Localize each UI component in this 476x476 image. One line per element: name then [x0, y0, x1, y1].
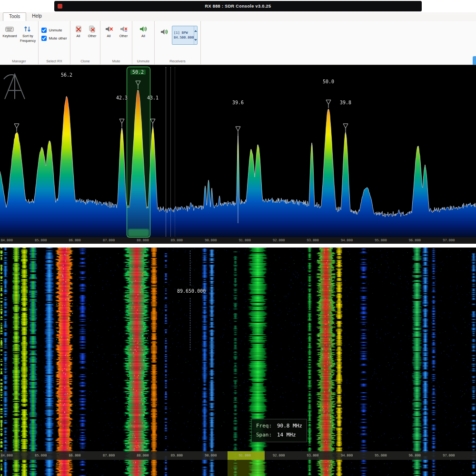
group-manager: Keyboard Sort by Frequency Manager — [0, 21, 39, 64]
frequency-tick-label: 85.000 — [35, 238, 47, 242]
frequency-tick-label: 92.000 — [273, 238, 285, 242]
tooltip-freq-value: 90.8 MHz — [277, 423, 302, 429]
spinner-up-icon[interactable] — [194, 26, 197, 35]
frequency-tick-label: 96.000 — [409, 454, 421, 457]
frequency-tick-label: 88.000 — [137, 238, 149, 242]
frequency-tick-label: 94.000 — [341, 238, 353, 242]
frequency-tick-label: 89.000 — [171, 454, 183, 457]
receiver-combo[interactable]: [1] BPW 84.500.000 — [172, 26, 198, 45]
titlebar: RX 888 : SDR Console v3.0.25 — [0, 0, 476, 12]
mute-all-label: All — [107, 34, 111, 38]
spectrum-frequency-axis[interactable]: 84.00085.00086.00087.00088.00089.00090.0… — [0, 237, 476, 244]
unmute-all-button[interactable]: All — [136, 23, 151, 40]
unmute-checkbox[interactable]: Unmute — [41, 28, 62, 33]
frequency-tick-label: 87.000 — [103, 238, 115, 242]
tooltip-span-label: Span: — [256, 431, 277, 440]
waterfall-marker-dash-line — [190, 250, 190, 286]
clone-other-button[interactable]: Other — [86, 23, 99, 40]
frequency-tick-label: 93.000 — [307, 238, 318, 242]
frequency-tick-label: 95.000 — [375, 238, 387, 242]
group-label-receivers: Receivers — [155, 59, 200, 64]
frequency-tick-label: 92.000 — [273, 454, 285, 457]
spinner-down-icon[interactable] — [194, 35, 197, 44]
group-label-clone: Clone — [70, 59, 100, 64]
receiver-selection-band[interactable] — [127, 67, 150, 238]
waterfall-display[interactable] — [0, 248, 476, 476]
sdr-console-window: RX 888 : SDR Console v3.0.25 Tools Help … — [0, 0, 476, 476]
group-select-rx: Unmute Mute other Select RX — [39, 21, 70, 64]
frequency-tick-label: 84.000 — [1, 454, 13, 457]
sdrconsole-watermark-icon — [2, 70, 30, 103]
waterfall-frequency-marker: 89.650.000 — [177, 288, 206, 294]
mute-other-button[interactable]: Other — [117, 23, 130, 40]
cursor-info-tooltip: Freq:90.8 MHz Span:14 MHz — [251, 419, 307, 442]
clone-all-button[interactable]: All — [72, 23, 85, 40]
receiver-combo-name: [1] BPW — [174, 30, 194, 36]
tooltip-freq-label: Freq: — [256, 422, 277, 431]
group-label-manager: Manager — [0, 59, 38, 64]
group-label-select-rx: Select RX — [39, 59, 70, 64]
unmute-checkbox-label: Unmute — [49, 28, 62, 32]
window-title: RX 888 : SDR Console v3.0.25 — [205, 4, 271, 9]
unmute-all-icon — [139, 25, 148, 33]
frequency-tick-label: 86.000 — [69, 454, 80, 457]
mute-other-checkbox-label: Mute other — [49, 36, 67, 40]
group-receivers: [1] BPW 84.500.000 Receivers — [155, 21, 201, 64]
panel-divider — [0, 244, 476, 248]
ribbon-tabs: Tools Help — [0, 12, 48, 21]
group-label-mute: Mute — [100, 59, 132, 64]
sort-button-label-2: Frequency — [20, 39, 36, 43]
frequency-tick-label: 90.000 — [205, 454, 217, 457]
waterfall-frequency-scale[interactable]: 84.00085.00086.00087.00088.00089.00090.0… — [0, 451, 476, 460]
sort-by-frequency-button[interactable]: Sort by Frequency — [19, 23, 37, 45]
frequency-tick-label: 87.000 — [103, 454, 115, 457]
ribbon-body: Keyboard Sort by Frequency Manager — [0, 21, 476, 64]
keyboard-button-label: Keyboard — [2, 34, 17, 38]
mute-other-checkbox-input[interactable] — [41, 36, 47, 41]
titlebar-bar[interactable]: RX 888 : SDR Console v3.0.25 — [54, 1, 422, 11]
unmute-checkbox-input[interactable] — [41, 28, 47, 33]
mute-all-icon — [105, 25, 113, 33]
mute-other-label: Other — [119, 34, 128, 38]
clone-all-label: All — [77, 34, 80, 38]
tooltip-span-value: 14 MHz — [277, 432, 296, 438]
keyboard-button[interactable]: Keyboard — [1, 23, 18, 40]
receiver-combo-frequency: 84.500.000 — [174, 35, 194, 40]
mute-other-checkbox[interactable]: Mute other — [41, 36, 67, 41]
frequency-tick-label: 96.000 — [409, 238, 421, 242]
clone-other-label: Other — [88, 34, 97, 38]
frequency-tick-label: 91.000 — [239, 454, 251, 457]
unmute-all-label: All — [141, 34, 145, 38]
window-edge-accent — [473, 56, 476, 66]
ribbon: Tools Help Keyboard Sort by — [0, 12, 476, 65]
keyboard-icon — [5, 25, 14, 33]
sort-button-label-1: Sort by — [22, 34, 33, 38]
frequency-tick-label: 97.000 — [443, 454, 455, 457]
frequency-tick-label: 95.000 — [375, 454, 387, 457]
mute-all-button[interactable]: All — [102, 23, 116, 40]
group-label-unmute: Unmute — [132, 59, 154, 64]
clone-all-icon — [74, 25, 83, 33]
app-icon — [58, 4, 62, 9]
ribbon-filler — [201, 21, 476, 64]
frequency-tick-label: 86.000 — [69, 238, 80, 242]
frequency-tick-label: 85.000 — [35, 454, 47, 457]
receiver-icon — [160, 28, 169, 36]
tab-help[interactable]: Help — [26, 12, 48, 21]
group-mute: All Other Mute — [100, 21, 132, 64]
tab-tools[interactable]: Tools — [3, 12, 26, 21]
spectrum-display[interactable] — [0, 65, 476, 238]
frequency-tick-label: 97.000 — [443, 238, 455, 242]
frequency-tick-label: 93.000 — [307, 454, 318, 457]
frequency-tick-label: 84.000 — [1, 238, 13, 242]
clone-other-icon — [88, 25, 97, 33]
receiver-button[interactable] — [158, 26, 171, 38]
group-clone: All Other Clone — [70, 21, 100, 64]
waterfall-marker-dash-line — [190, 298, 190, 350]
frequency-tick-label: 89.000 — [171, 238, 183, 242]
frequency-tick-label: 90.000 — [205, 238, 217, 242]
receiver-combo-spinner — [194, 26, 197, 44]
group-unmute: All Unmute — [132, 21, 155, 64]
sort-icon — [23, 25, 32, 33]
mute-other-icon — [119, 25, 128, 33]
